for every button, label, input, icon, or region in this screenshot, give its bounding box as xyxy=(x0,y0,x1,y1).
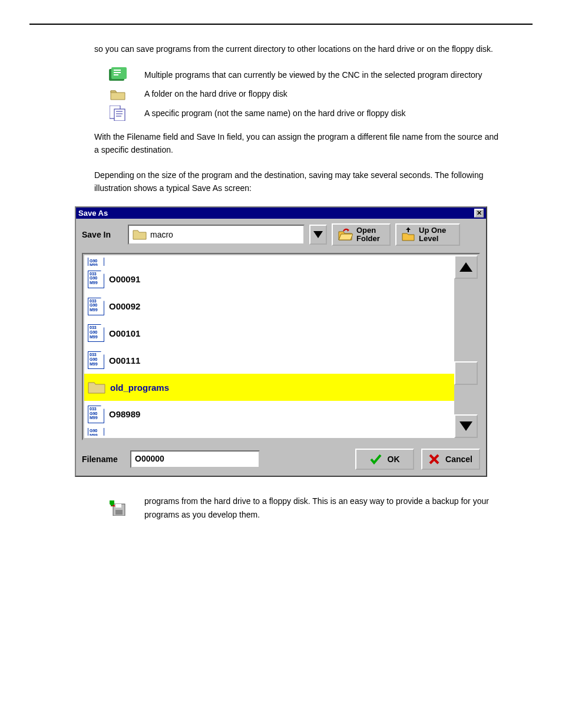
file-list[interactable]: 033 G90 M99033 G90 M99O00091033 G90 M99O… xyxy=(84,255,454,438)
file-row[interactable]: 033 G90 M99O00091 xyxy=(84,266,454,293)
check-icon xyxy=(370,454,382,465)
file-list-frame: 033 G90 M99033 G90 M99O00091033 G90 M99O… xyxy=(82,253,480,440)
ok-button[interactable]: OK xyxy=(355,449,414,470)
file-name-label: O00091 xyxy=(109,274,140,284)
dialog-title: Save As xyxy=(78,209,108,218)
folder-icon xyxy=(110,88,125,100)
file-name-label: O00101 xyxy=(109,328,140,338)
dialog-titlebar: Save As ✕ xyxy=(76,207,486,219)
svg-marker-11 xyxy=(347,229,349,232)
save-as-dialog: Save As ✕ Save In macro Open Folder xyxy=(75,206,487,477)
file-row[interactable]: 033 G90 M99O00092 xyxy=(84,293,454,320)
icon-list-row: A specific program (not the same name) o… xyxy=(29,106,533,121)
scroll-track[interactable] xyxy=(454,279,478,414)
close-button[interactable]: ✕ xyxy=(474,209,484,218)
folder-row[interactable]: old_programs xyxy=(84,374,454,401)
cancel-label: Cancel xyxy=(445,454,472,464)
save-in-dropdown-button[interactable] xyxy=(309,225,327,245)
file-row[interactable]: 033 G90 M99O98989 xyxy=(84,401,454,428)
program-file-icon xyxy=(110,106,126,121)
up-one-level-button[interactable]: Up One Level xyxy=(395,223,460,246)
folder-icon xyxy=(88,380,105,394)
file-name-label: O98989 xyxy=(109,409,140,419)
icon-list-row: Multiple programs that can currently be … xyxy=(29,67,533,83)
file-row[interactable]: 033 G90 M99 xyxy=(84,428,454,436)
program-file-icon: 033 G90 M99 xyxy=(88,406,104,423)
program-file-icon: 033 G90 M99 xyxy=(88,271,104,288)
intro-paragraph: so you can save programs from the curren… xyxy=(94,42,503,55)
up-one-label: Up One Level xyxy=(419,226,454,243)
x-icon xyxy=(429,454,439,465)
filename-input[interactable]: O00000 xyxy=(130,450,260,468)
svg-rect-4 xyxy=(114,74,118,75)
scroll-thumb[interactable] xyxy=(454,361,478,385)
program-file-icon: 033 G90 M99 xyxy=(88,298,104,315)
icon-row-text: A folder on the hard drive or floppy dis… xyxy=(144,87,503,100)
file-name-label: O00111 xyxy=(109,355,140,365)
file-name-label: old_programs xyxy=(110,383,169,393)
folder-icon xyxy=(133,229,147,241)
page-header-rule xyxy=(29,24,533,25)
floppy-row-text: programs from the hard drive to a floppy… xyxy=(144,495,503,521)
svg-marker-14 xyxy=(459,262,472,272)
file-name-label: O00092 xyxy=(109,301,140,311)
save-in-field[interactable]: macro xyxy=(128,225,305,245)
icon-row-text: Multiple programs that can currently be … xyxy=(144,68,503,81)
svg-marker-15 xyxy=(459,421,472,431)
scroll-down-button[interactable] xyxy=(454,414,478,438)
svg-marker-10 xyxy=(313,231,323,238)
icon-list-row: programs from the hard drive to a floppy… xyxy=(29,495,533,521)
icon-row-text: A specific program (not the same name) o… xyxy=(144,107,503,120)
scrollbar[interactable] xyxy=(454,255,478,438)
save-in-label: Save In xyxy=(82,230,123,239)
post-paragraph-2: Depending on the size of the program and… xyxy=(94,169,503,195)
filename-label: Filename xyxy=(82,454,123,464)
open-folder-icon xyxy=(338,228,353,241)
save-in-value: macro xyxy=(150,230,173,239)
program-file-icon: 033 G90 M99 xyxy=(88,324,104,342)
open-folder-label: Open Folder xyxy=(356,226,385,243)
svg-rect-20 xyxy=(115,510,123,515)
filename-value: O00000 xyxy=(135,454,164,463)
svg-rect-3 xyxy=(114,72,121,73)
svg-rect-19 xyxy=(115,504,121,508)
up-folder-icon xyxy=(401,228,415,242)
svg-rect-6 xyxy=(114,109,125,121)
scroll-up-button[interactable] xyxy=(454,255,478,279)
program-file-icon: 033 G90 M99 xyxy=(88,258,104,266)
ok-label: OK xyxy=(388,454,400,464)
svg-rect-2 xyxy=(114,70,121,71)
file-row[interactable]: 033 G90 M99O00111 xyxy=(84,347,454,374)
program-file-icon: 033 G90 M99 xyxy=(88,351,104,369)
svg-marker-13 xyxy=(406,228,411,230)
icon-list-row: A folder on the hard drive or floppy dis… xyxy=(29,87,533,100)
post-paragraph-1: With the Filename field and Save In fiel… xyxy=(94,130,503,157)
file-row[interactable]: 033 G90 M99 xyxy=(84,258,454,266)
multi-program-icon xyxy=(109,67,127,83)
dialog-toolbar: Save In macro Open Folder Up On xyxy=(76,219,486,251)
program-file-icon: 033 G90 M99 xyxy=(88,428,104,436)
floppy-save-icon xyxy=(110,500,126,516)
dialog-bottombar: Filename O00000 OK Cancel xyxy=(76,443,486,476)
open-folder-button[interactable]: Open Folder xyxy=(332,223,391,246)
file-row[interactable]: 033 G90 M99O00101 xyxy=(84,320,454,347)
cancel-button[interactable]: Cancel xyxy=(421,449,480,470)
